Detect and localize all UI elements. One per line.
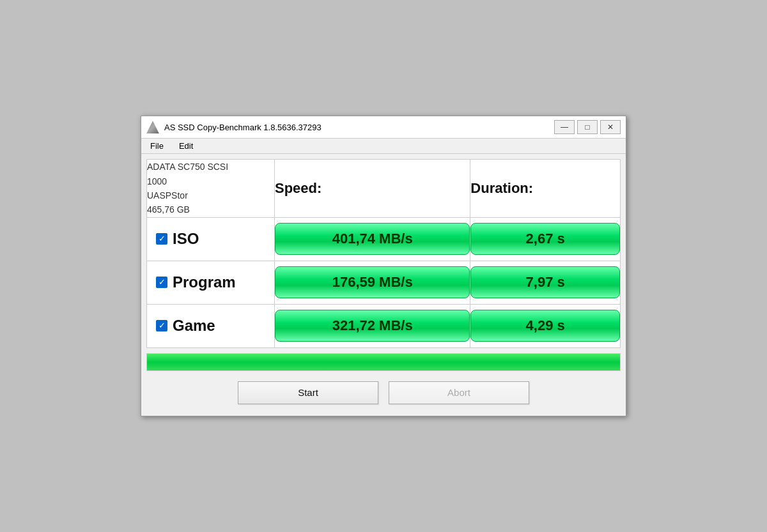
device-id: 1000 xyxy=(147,174,274,188)
iso-checkbox[interactable]: ✓ xyxy=(156,233,167,245)
benchmark-table: ADATA SC750 SCSI 1000 UASPStor 465,76 GB… xyxy=(146,159,621,348)
iso-name: ISO xyxy=(173,230,199,248)
game-duration-value: 4,29 s xyxy=(470,310,620,342)
program-label-cell: ✓ Program xyxy=(147,261,275,304)
iso-duration-cell: 2,67 s xyxy=(470,217,621,261)
game-speed-cell: 321,72 MB/s xyxy=(275,304,470,347)
game-name: Game xyxy=(173,317,215,335)
device-name: ADATA SC750 SCSI xyxy=(147,160,274,174)
title-bar: AS SSD Copy-Benchmark 1.8.5636.37293 — □… xyxy=(141,116,626,139)
iso-label-container: ✓ ISO xyxy=(147,224,274,254)
table-row: ✓ ISO 401,74 MB/s 2,67 s xyxy=(147,217,621,261)
progress-bar-fill xyxy=(147,354,620,370)
iso-duration-value: 2,67 s xyxy=(470,223,620,255)
game-label-cell: ✓ Game xyxy=(147,304,275,347)
window-controls: — □ ✕ xyxy=(554,120,621,134)
game-speed-value: 321,72 MB/s xyxy=(275,310,470,342)
start-button[interactable]: Start xyxy=(238,381,378,404)
table-header-row: ADATA SC750 SCSI 1000 UASPStor 465,76 GB… xyxy=(147,160,621,218)
table-row: ✓ Program 176,59 MB/s 7,97 s xyxy=(147,261,621,304)
app-icon xyxy=(146,121,159,133)
buttons-row: Start Abort xyxy=(146,377,621,411)
device-driver: UASPStor xyxy=(147,188,274,202)
game-label-container: ✓ Game xyxy=(147,310,274,341)
speed-header: Speed: xyxy=(275,160,470,218)
menu-file[interactable]: File xyxy=(146,140,167,152)
abort-button[interactable]: Abort xyxy=(389,381,529,404)
iso-label-cell: ✓ ISO xyxy=(147,217,275,261)
duration-header: Duration: xyxy=(470,160,621,218)
device-info: ADATA SC750 SCSI 1000 UASPStor 465,76 GB xyxy=(147,160,274,217)
program-speed-value: 176,59 MB/s xyxy=(275,266,470,298)
program-label-container: ✓ Program xyxy=(147,267,274,298)
menu-edit[interactable]: Edit xyxy=(175,140,197,152)
game-checkbox[interactable]: ✓ xyxy=(156,320,167,331)
minimize-button[interactable]: — xyxy=(554,120,575,134)
content-area: ADATA SC750 SCSI 1000 UASPStor 465,76 GB… xyxy=(141,154,626,416)
table-row: ✓ Game 321,72 MB/s 4,29 s xyxy=(147,304,621,347)
device-size: 465,76 GB xyxy=(147,202,274,217)
program-speed-cell: 176,59 MB/s xyxy=(275,261,470,304)
program-duration-cell: 7,97 s xyxy=(470,261,621,304)
menu-bar: File Edit xyxy=(141,139,626,154)
maximize-button[interactable]: □ xyxy=(577,120,598,134)
main-window: AS SSD Copy-Benchmark 1.8.5636.37293 — □… xyxy=(141,116,626,416)
progress-bar-container xyxy=(146,353,621,371)
program-duration-value: 7,97 s xyxy=(470,266,620,298)
game-duration-cell: 4,29 s xyxy=(470,304,621,347)
window-title: AS SSD Copy-Benchmark 1.8.5636.37293 xyxy=(164,123,554,132)
iso-speed-value: 401,74 MB/s xyxy=(275,223,470,255)
program-name: Program xyxy=(173,273,236,291)
iso-speed-cell: 401,74 MB/s xyxy=(275,217,470,261)
program-checkbox[interactable]: ✓ xyxy=(156,277,167,288)
device-cell: ADATA SC750 SCSI 1000 UASPStor 465,76 GB xyxy=(147,160,275,218)
close-button[interactable]: ✕ xyxy=(600,120,621,134)
